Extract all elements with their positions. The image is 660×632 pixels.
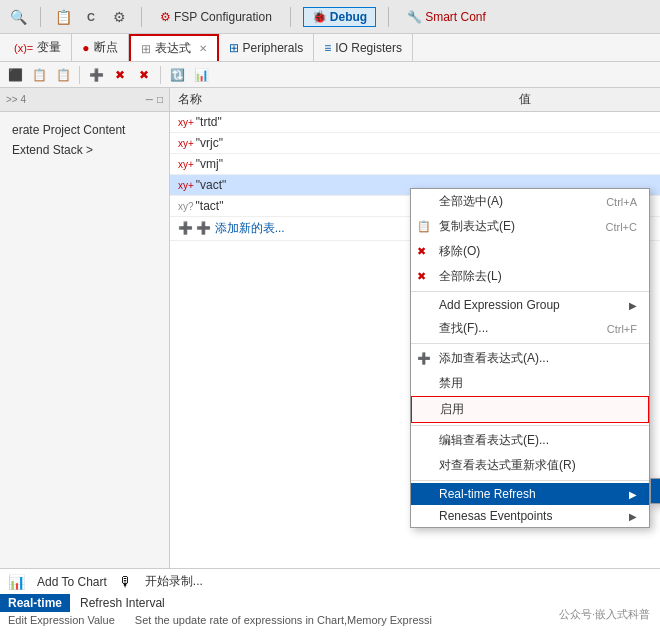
- extend-stack-item[interactable]: Extend Stack >: [8, 140, 161, 160]
- xy-q-icon: xy?: [178, 201, 194, 212]
- secondary-toolbar: ⬛ 📋 📋 ➕ ✖ ✖ 🔃 📊: [0, 62, 660, 88]
- tab-variables[interactable]: (x)= 变量: [4, 34, 72, 61]
- sec-icon-3[interactable]: 📋: [52, 64, 74, 86]
- left-panel: >> 4 ─ □ erate Project Content Extend St…: [0, 88, 170, 632]
- menu-refresh-value[interactable]: 对查看表达式重新求值(R): [411, 453, 649, 478]
- watermark-text: 公众号·嵌入式科普: [559, 607, 650, 622]
- menu-remove-label: 移除(O): [439, 243, 480, 260]
- menu-remove-all[interactable]: ✖ 全部除去(L): [411, 264, 649, 289]
- add-icon: ➕: [178, 221, 193, 235]
- menu-find[interactable]: 查找(F)... Ctrl+F: [411, 316, 649, 341]
- bottom-refresh-interval: Refresh Interval: [70, 594, 175, 612]
- project-content-label: erate Project Content: [12, 123, 125, 137]
- table-row[interactable]: xy+"trtd": [170, 112, 660, 133]
- menu-renesas-eventpoints[interactable]: Renesas Eventpoints ▶: [411, 505, 649, 527]
- menu-remove[interactable]: ✖ 移除(O): [411, 239, 649, 264]
- tab-expressions-close[interactable]: ✕: [199, 43, 207, 54]
- menu-refresh-value-label: 对查看表达式重新求值(R): [439, 457, 576, 474]
- row-value: [511, 154, 660, 175]
- panel-header-icons: ─ □: [146, 94, 163, 105]
- maximize-icon[interactable]: □: [157, 94, 163, 105]
- table-row[interactable]: xy+"vmj": [170, 154, 660, 175]
- row-name: xy+"trtd": [170, 112, 511, 133]
- row-value: [511, 112, 660, 133]
- tab-io-registers-label: IO Registers: [335, 41, 402, 55]
- menu-add-watch[interactable]: ➕ 添加查看表达式(A)...: [411, 346, 649, 371]
- menu-copy-label: 复制表达式(E): [439, 218, 515, 235]
- bottom-set-label: Set the update rate of expressions in Ch…: [135, 614, 432, 626]
- debug-button[interactable]: 🐞 Debug: [303, 7, 376, 27]
- bottom-action-row: 📊 Add To Chart 🎙 开始录制...: [0, 569, 660, 594]
- gear-icon[interactable]: ⚙: [109, 7, 129, 27]
- variables-icon: (x)=: [14, 42, 33, 54]
- menu-copy-shortcut: Ctrl+C: [606, 221, 637, 233]
- renesas-arrow: ▶: [629, 511, 637, 522]
- tab-breakpoints[interactable]: ● 断点: [72, 34, 128, 61]
- sec-remove-icon[interactable]: ✖: [109, 64, 131, 86]
- menu-separator-2: [411, 343, 649, 344]
- smart-conf-icon: 🔧: [407, 10, 422, 24]
- menu-select-all[interactable]: 全部选中(A) Ctrl+A: [411, 189, 649, 214]
- submenu: Real-time Refresh Interval: [650, 478, 660, 504]
- left-panel-header: >> 4 ─ □: [0, 88, 169, 112]
- separator-1: [40, 7, 41, 27]
- tab-peripherals-label: Peripherals: [243, 41, 304, 55]
- menu-realtime-refresh[interactable]: Real-time Refresh ▶: [411, 483, 649, 505]
- fsp-icon: ⚙: [160, 10, 171, 24]
- submenu-realtime-refresh-interval[interactable]: Real-time Refresh Interval: [651, 479, 660, 503]
- project-content-item[interactable]: erate Project Content: [8, 120, 161, 140]
- copy-icon: 📋: [417, 220, 431, 233]
- top-toolbar: 🔍 📋 C ⚙ ⚙ FSP Configuration 🐞 Debug 🔧 Sm…: [0, 0, 660, 34]
- separator-4: [388, 7, 389, 27]
- io-icon: ≡: [324, 41, 331, 55]
- row-name: xy+"vrjc": [170, 133, 511, 154]
- menu-add-expression-group[interactable]: Add Expression Group ▶: [411, 294, 649, 316]
- tab-variables-label: 变量: [37, 39, 61, 56]
- sec-icon-2[interactable]: 📋: [28, 64, 50, 86]
- menu-separator-4: [411, 480, 649, 481]
- menu-add-expr-group-label: Add Expression Group: [439, 298, 560, 312]
- col-name-header: 名称: [170, 88, 511, 112]
- menu-remove-all-label: 全部除去(L): [439, 268, 502, 285]
- c-icon[interactable]: C: [81, 7, 101, 27]
- sec-remove-all-icon[interactable]: ✖: [133, 64, 155, 86]
- context-menu: 全部选中(A) Ctrl+A 📋 复制表达式(E) Ctrl+C ✖ 移除(O)…: [410, 188, 650, 528]
- add-expr-group-arrow: ▶: [629, 300, 637, 311]
- fsp-configuration-button[interactable]: ⚙ FSP Configuration: [154, 8, 278, 26]
- col-value-header: 值: [511, 88, 660, 112]
- start-record-label[interactable]: 开始录制...: [145, 573, 203, 590]
- grid-icon[interactable]: 📋: [53, 7, 73, 27]
- remove-all-icon: ✖: [417, 270, 426, 283]
- table-row[interactable]: xy+"vrjc": [170, 133, 660, 154]
- sec-add-icon[interactable]: ➕: [85, 64, 107, 86]
- menu-select-all-label: 全部选中(A): [439, 193, 503, 210]
- xy-icon: xy+: [178, 138, 194, 149]
- add-watch-icon: ➕: [417, 352, 431, 365]
- sec-refresh-icon[interactable]: 🔃: [166, 64, 188, 86]
- xy-icon: xy+: [178, 180, 194, 191]
- tab-bar: (x)= 变量 ● 断点 ⊞ 表达式 ✕ ⊞ Peripherals ≡ IO …: [0, 34, 660, 62]
- menu-copy-expression[interactable]: 📋 复制表达式(E) Ctrl+C: [411, 214, 649, 239]
- tab-expressions[interactable]: ⊞ 表达式 ✕: [129, 34, 219, 61]
- bottom-edit-label: Edit Expression Value: [8, 614, 115, 626]
- watermark-row: 公众号·嵌入式科普: [0, 628, 660, 632]
- minimize-icon[interactable]: ─: [146, 94, 153, 105]
- add-to-chart-label[interactable]: Add To Chart: [37, 575, 107, 589]
- smart-conf-button[interactable]: 🔧 Smart Conf: [401, 8, 492, 26]
- tab-io-registers[interactable]: ≡ IO Registers: [314, 34, 413, 61]
- xy-icon: xy+: [178, 159, 194, 170]
- sec-chart-icon[interactable]: 📊: [190, 64, 212, 86]
- left-panel-body: erate Project Content Extend Stack >: [0, 112, 169, 168]
- menu-realtime-refresh-label: Real-time Refresh: [439, 487, 536, 501]
- menu-edit-watch[interactable]: 编辑查看表达式(E)...: [411, 428, 649, 453]
- menu-disable-label: 禁用: [439, 375, 463, 392]
- separator-3: [290, 7, 291, 27]
- menu-add-watch-label: 添加查看表达式(A)...: [439, 350, 549, 367]
- separator-2: [141, 7, 142, 27]
- tab-peripherals[interactable]: ⊞ Peripherals: [219, 34, 315, 61]
- menu-separator-1: [411, 291, 649, 292]
- menu-enable[interactable]: 启用: [411, 396, 649, 423]
- menu-disable[interactable]: 禁用: [411, 371, 649, 396]
- search-icon[interactable]: 🔍: [8, 7, 28, 27]
- sec-icon-1[interactable]: ⬛: [4, 64, 26, 86]
